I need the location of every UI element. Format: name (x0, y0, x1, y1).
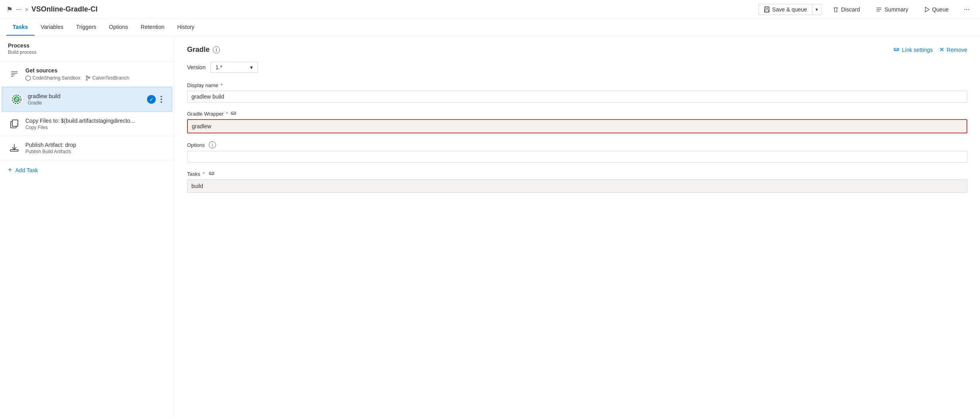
version-label: Version (187, 64, 206, 70)
tab-triggers[interactable]: Triggers (70, 19, 103, 36)
process-title: Process (8, 42, 166, 49)
gradle-wrapper-value: gradlew (192, 123, 211, 129)
breadcrumb-dots[interactable]: ··· (16, 5, 22, 13)
version-value: 1.* (216, 64, 222, 70)
tabs-bar: Tasks Variables Triggers Options Retenti… (0, 19, 980, 36)
gradlew-build-actions: ✓ (147, 94, 164, 105)
remove-button[interactable]: ✕ Remove (939, 46, 967, 53)
task-enabled-check[interactable]: ✓ (147, 95, 156, 104)
tasks-link-icon (208, 171, 215, 177)
save-queue-button[interactable]: Save & queue (759, 4, 812, 15)
display-name-group: Display name * (187, 82, 967, 103)
tasks-label-row: Tasks * (187, 171, 967, 177)
get-sources-icon (8, 68, 21, 80)
tab-tasks[interactable]: Tasks (6, 19, 34, 36)
queue-button[interactable]: Queue (919, 4, 953, 15)
publish-artifact-info: Publish Artifact: drop Publish Build Art… (25, 142, 166, 154)
publish-artifact-name: Publish Artifact: drop (25, 142, 166, 148)
process-subtitle: Build process (8, 49, 166, 55)
task-gradlew-build[interactable]: gradlew build Gradle ✓ (2, 87, 172, 112)
get-sources-item[interactable]: Get sources CodeSharing.Sandbox (0, 62, 174, 87)
tasks-input[interactable]: build (187, 179, 967, 193)
task-kebab-menu[interactable] (159, 94, 164, 105)
svg-marker-6 (925, 7, 929, 12)
top-bar-right: Save & queue ▾ Discard Summary Queue (758, 3, 974, 15)
version-select[interactable]: 1.* ▾ (210, 62, 258, 73)
copy-files-sub: Copy Files (25, 125, 166, 130)
copy-files-info: Copy Files to: $(build.artifactstagingdi… (25, 118, 166, 130)
svg-rect-21 (12, 120, 18, 126)
tab-history[interactable]: History (171, 19, 201, 36)
gradle-icon (10, 93, 23, 106)
display-name-input[interactable] (187, 91, 967, 103)
version-dropdown-icon: ▾ (250, 64, 253, 70)
copy-files-icon (8, 118, 21, 130)
link-settings-button[interactable]: Link settings (893, 47, 933, 53)
discard-button[interactable]: Discard (828, 4, 865, 15)
main-layout: Process Build process Get sources (0, 36, 980, 418)
top-bar-left: ⚑ ··· > VSOnline-Gradle-CI (6, 5, 758, 14)
options-label: Options (187, 142, 205, 148)
svg-marker-11 (26, 76, 31, 81)
repo-name: CodeSharing.Sandbox (32, 75, 80, 81)
task-publish-artifact[interactable]: Publish Artifact: drop Publish Build Art… (0, 136, 174, 160)
more-options-button[interactable]: ··· (960, 3, 974, 15)
options-group: Options i (187, 141, 967, 163)
display-name-label: Display name (187, 82, 218, 88)
repo-icon (25, 75, 31, 81)
add-task-label: Add Task (15, 167, 38, 173)
branch-item: CalvinTestBranch (85, 75, 129, 81)
gradle-title-text: Gradle (187, 46, 210, 54)
gradlew-build-info: gradlew build Gradle (28, 93, 142, 106)
gradle-info-icon[interactable]: i (213, 46, 220, 53)
svg-rect-0 (764, 7, 769, 12)
tab-options[interactable]: Options (103, 19, 134, 36)
add-task-plus-icon: + (8, 166, 12, 174)
tab-variables[interactable]: Variables (34, 19, 70, 36)
gradle-wrapper-label: Gradle Wrapper (187, 111, 224, 117)
top-bar: ⚑ ··· > VSOnline-Gradle-CI Save & queue … (0, 0, 980, 19)
publish-artifact-icon (8, 142, 21, 154)
tasks-label: Tasks (187, 171, 200, 177)
remove-x-icon: ✕ (939, 46, 944, 53)
version-row: Version 1.* ▾ (187, 62, 967, 73)
copy-files-name: Copy Files to: $(build.artifactstagingdi… (25, 118, 166, 124)
tab-retention[interactable]: Retention (134, 19, 171, 36)
save-queue-dropdown-button[interactable]: ▾ (812, 5, 821, 14)
link-icon (893, 47, 900, 53)
summary-button[interactable]: Summary (871, 4, 913, 15)
gradle-wrapper-group: Gradle Wrapper * gradlew (187, 110, 967, 133)
pipeline-title: VSOnline-Gradle-CI (31, 5, 97, 13)
gradle-header: Gradle i Link settings ✕ Remove (187, 46, 967, 54)
save-queue-group: Save & queue ▾ (758, 4, 821, 15)
discard-icon (833, 6, 839, 13)
remove-label: Remove (947, 47, 967, 53)
queue-icon (924, 7, 930, 12)
link-settings-label: Link settings (902, 47, 933, 53)
right-panel: Gradle i Link settings ✕ Remove Version (174, 36, 980, 418)
get-sources-meta: CodeSharing.Sandbox CalvinTestBranch (25, 75, 166, 81)
display-name-label-row: Display name * (187, 82, 967, 88)
breadcrumb-separator: > (25, 6, 28, 13)
summary-label: Summary (884, 6, 908, 13)
gradle-wrapper-input[interactable]: gradlew (187, 119, 967, 133)
process-section: Process Build process (0, 36, 174, 62)
repo-item: CodeSharing.Sandbox (25, 75, 80, 81)
svg-rect-1 (766, 7, 768, 9)
pipeline-icon: ⚑ (6, 5, 13, 14)
branch-name: CalvinTestBranch (92, 75, 129, 81)
save-queue-label: Save & queue (772, 6, 807, 13)
display-name-required: * (221, 82, 223, 88)
options-info-icon[interactable]: i (209, 141, 216, 148)
task-copy-files[interactable]: Copy Files to: $(build.artifactstagingdi… (0, 112, 174, 136)
options-label-row: Options i (187, 141, 967, 148)
left-panel: Process Build process Get sources (0, 36, 174, 418)
save-icon (764, 6, 770, 13)
queue-label: Queue (932, 6, 949, 13)
options-input[interactable] (187, 151, 967, 163)
tasks-required: * (202, 171, 204, 177)
gradle-wrapper-link-icon (230, 110, 237, 117)
add-task-item[interactable]: + Add Task (0, 160, 174, 180)
tasks-group: Tasks * build (187, 171, 967, 193)
svg-rect-2 (765, 10, 769, 12)
